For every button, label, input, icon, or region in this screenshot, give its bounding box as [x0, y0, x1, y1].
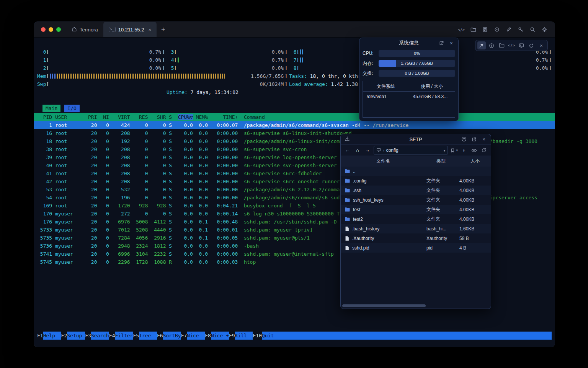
file-column-2[interactable]: 大小	[456, 158, 491, 164]
fkey-action-tree[interactable]: Tree	[139, 332, 157, 340]
transfers-download-icon[interactable]	[345, 136, 350, 143]
close-window-button[interactable]	[41, 27, 46, 32]
fkey-f4: F4	[109, 332, 115, 340]
tab-label: 10.211.55.2	[118, 27, 144, 33]
refresh-button[interactable]	[480, 146, 488, 154]
fkey-f8: F8	[205, 332, 211, 340]
column-header-s[interactable]: S	[166, 113, 172, 121]
column-header-ni[interactable]: NI	[97, 113, 109, 121]
bookmarks-button[interactable]: ▾	[450, 148, 458, 153]
close-tab-icon[interactable]: ×	[148, 27, 151, 33]
folder-icon[interactable]	[470, 26, 477, 33]
show-hidden-files-button[interactable]	[470, 146, 478, 154]
refresh-icon[interactable]	[527, 41, 536, 49]
folder-icon[interactable]	[497, 41, 506, 49]
fs-column-使用 / 大小: 使用 / 大小	[409, 81, 455, 91]
fkey-action-nice[interactable]: Nice -	[187, 332, 205, 340]
folder-icon: .config	[341, 178, 423, 184]
file-row[interactable]: .config文件夹4.00KB	[341, 176, 491, 186]
traffic-lights	[34, 27, 66, 32]
folder-icon: ssh_host_keys	[341, 197, 423, 203]
column-header-mem[interactable]: MEM%	[193, 113, 208, 121]
zoom-window-button[interactable]	[56, 27, 61, 32]
search-icon[interactable]	[529, 26, 536, 33]
open-in-window-icon[interactable]	[438, 40, 444, 46]
fkey-action-filter[interactable]: Filter	[115, 332, 133, 340]
htop-function-bar: F1HelpF2SetupF3SearchF4FilterF5TreeF6Sor…	[37, 332, 552, 340]
pin-icon[interactable]	[477, 41, 486, 49]
file-row[interactable]: .XauthorityXauthority58 B	[341, 233, 491, 243]
back-button[interactable]: ←	[344, 146, 351, 154]
memory-meter: Mem[1.56G/7.65G]	[37, 72, 287, 80]
htop-tab-main[interactable]: Main	[42, 105, 60, 112]
file-row[interactable]: ssh_host_keys文件夹4.00KB	[341, 195, 491, 205]
fkey-action-quit[interactable]: Quit	[262, 332, 280, 340]
code-icon[interactable]: </>	[507, 41, 516, 49]
bookmarks-dropdown-icon[interactable]: ▾	[456, 148, 458, 152]
open-in-window-icon[interactable]	[471, 136, 477, 142]
fkey-action-search[interactable]: Search	[91, 332, 109, 340]
file-row[interactable]: .ssh文件夹4.00KB	[341, 186, 491, 195]
column-header-pri[interactable]: PRI	[85, 113, 97, 121]
file-row[interactable]: ..	[341, 166, 491, 176]
column-header-cpu[interactable]: CPU%▽	[172, 113, 193, 121]
column-header-user[interactable]: USER	[55, 113, 85, 121]
home-button[interactable]: ⌂	[354, 146, 361, 154]
tab-termora-home[interactable]: Termora	[66, 22, 103, 37]
process-row[interactable]: 1root20042400S0.00.00:00.07/package/admi…	[34, 121, 555, 129]
minimize-window-button[interactable]	[49, 27, 53, 32]
gauge-: 交换:0 B / 1.00GB	[359, 68, 458, 78]
column-header-time[interactable]: TIME+	[208, 113, 238, 121]
swap-meter: Swp[0K/1024M]	[37, 80, 287, 88]
file-column-1[interactable]: 类型	[422, 158, 456, 164]
fkey-f2: F2	[61, 332, 67, 340]
path-dropdown-icon[interactable]: ▾	[443, 148, 445, 153]
record-icon[interactable]	[493, 26, 500, 33]
parent-directory-button[interactable]: ↑	[460, 146, 468, 154]
filesystem-row: /dev/vda145.61GB / 58.3...	[363, 92, 455, 102]
column-header-pid[interactable]: PID	[37, 113, 52, 121]
fkey-action-setup[interactable]: Setup	[67, 332, 85, 340]
help-icon[interactable]	[461, 136, 467, 142]
key-icon[interactable]	[517, 26, 524, 33]
file-row[interactable]: test2文件夹4.00KB	[341, 214, 491, 224]
code-icon[interactable]: </>	[458, 26, 465, 33]
close-sftp-icon[interactable]: ×	[481, 136, 487, 142]
info-icon[interactable]	[487, 41, 496, 49]
fkey-f3: F3	[85, 332, 91, 340]
current-folder[interactable]: config	[386, 148, 399, 153]
column-header-res[interactable]: RES	[130, 113, 148, 121]
edit-icon[interactable]	[505, 26, 512, 33]
terminal-icon[interactable]	[517, 41, 526, 49]
root-drive-icon	[376, 148, 381, 153]
forward-button[interactable]: →	[364, 146, 371, 154]
cpu-meter-1: 1[0.0%]	[37, 56, 165, 64]
settings-icon[interactable]	[541, 26, 548, 33]
folder-icon: test	[341, 207, 423, 212]
fkey-action-kill[interactable]: Kill	[235, 332, 253, 340]
app-window: Termora >_ 10.211.55.2 × + </> 0[0.7%]3[…	[34, 21, 555, 347]
new-tab-button[interactable]: +	[157, 26, 170, 34]
path-breadcrumb[interactable]: › config ▾	[374, 146, 448, 155]
fkey-action-sortby[interactable]: SortBy	[163, 332, 181, 340]
htop-tab-i/o[interactable]: I/O	[64, 105, 79, 112]
file-row[interactable]: test文件夹4.00KB	[341, 205, 491, 214]
close-panel-icon[interactable]: ×	[448, 40, 454, 46]
cpu-meter-2: 2[0.0%]	[37, 64, 165, 72]
file-row[interactable]: .bash_historybash_hi...1.60KB	[341, 224, 491, 233]
journal-icon[interactable]	[482, 26, 488, 33]
cpu-meter-4: 4[0.7%]	[165, 56, 287, 64]
uptime-line: Uptime: 7 days, 15:34:02	[165, 88, 287, 96]
meter-spacer	[37, 88, 165, 96]
file-column-0[interactable]: 文件名	[341, 158, 422, 164]
folder-icon: .ssh	[341, 187, 423, 193]
home-icon	[72, 26, 77, 33]
tab-host-10-211-55-2[interactable]: >_ 10.211.55.2 ×	[103, 22, 157, 37]
column-header-shr[interactable]: SHR	[148, 113, 166, 121]
column-header-virt[interactable]: VIRT	[109, 113, 130, 121]
fkey-action-help[interactable]: Help	[43, 332, 61, 340]
horizontal-scrollbar[interactable]	[342, 304, 426, 307]
fkey-action-nice[interactable]: Nice +	[211, 332, 229, 340]
file-row[interactable]: sshd.pidpid4 B	[341, 243, 491, 253]
close-icon[interactable]: ×	[537, 41, 546, 49]
